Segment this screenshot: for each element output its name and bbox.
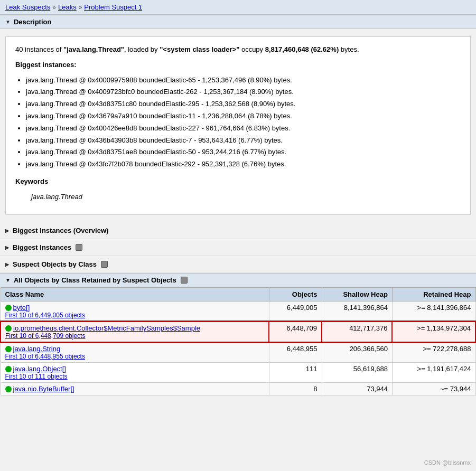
status-circle-icon <box>5 305 12 311</box>
separator-1: » <box>52 4 56 11</box>
objects-table: Class Name Objects Shallow Heap Retained… <box>0 287 476 395</box>
class-name-link[interactable]: byte[] <box>13 304 30 312</box>
shallow-heap-value: 73,944 <box>322 382 392 395</box>
list-item: java.lang.Thread @ 0x43679a7a910 bounded… <box>26 111 461 122</box>
objects-count: 111 <box>269 362 322 382</box>
objects-count: 6,448,955 <box>269 342 322 363</box>
status-circle-icon <box>5 325 12 332</box>
keyword-value: java.lang.Thread <box>31 192 461 203</box>
biggest-instances-section[interactable]: ▶ Biggest Instances <box>0 239 476 256</box>
description-section-header[interactable]: ▼ Description <box>0 15 476 29</box>
list-item: java.lang.Thread @ 0x436b43903b8 bounded… <box>26 135 461 146</box>
all-objects-header[interactable]: ▼ All Objects by Class Retained by Suspe… <box>0 273 476 287</box>
collapse-triangle: ▼ <box>5 277 11 283</box>
collapse-triangle: ▼ <box>5 19 11 25</box>
description-section-label: Description <box>14 18 52 26</box>
suspect-objects-section[interactable]: ▶ Suspect Objects by Class <box>0 256 476 273</box>
class-name-link[interactable]: java.nio.ByteBuffer[] <box>13 385 74 393</box>
first-10-link[interactable]: First 10 of 6,448,709 objects <box>5 332 264 340</box>
biggest-instances-label: Biggest instances: <box>15 60 461 71</box>
class-name-link[interactable]: io.prometheus.client.Collector$MetricFam… <box>13 324 200 332</box>
description-content: 40 instances of "java.lang.Thread", load… <box>5 36 471 215</box>
class-name-cell: io.prometheus.client.Collector$MetricFam… <box>1 322 269 342</box>
table-row: java.nio.ByteBuffer[]873,944~= 73,944 <box>1 382 475 395</box>
class-name-link[interactable]: java.lang.Object[] <box>13 365 66 373</box>
table-row: java.lang.Object[]First 10 of 111 object… <box>1 362 475 382</box>
list-item: java.lang.Thread @ 0x400426ee8d8 bounded… <box>26 123 461 134</box>
list-item: java.lang.Thread @ 0x40009975988 bounded… <box>26 75 461 86</box>
shallow-heap-value: 8,141,396,864 <box>322 301 392 322</box>
expand-triangle: ▶ <box>5 261 10 267</box>
list-item: java.lang.Thread @ 0x43fc7f2b078 bounded… <box>26 159 461 170</box>
retained-heap-value: >= 1,191,617,424 <box>392 362 475 382</box>
list-item: java.lang.Thread @ 0x43d83751ae8 bounded… <box>26 147 461 158</box>
table-row: java.lang.StringFirst 10 of 6,448,955 ob… <box>1 342 475 363</box>
breadcrumb-problem-suspect-1[interactable]: Problem Suspect 1 <box>84 3 142 11</box>
expand-triangle: ▶ <box>5 244 10 250</box>
section-label: Biggest Instances (Overview) <box>13 227 108 234</box>
objects-count: 6,449,005 <box>269 301 322 322</box>
class-name-cell: java.lang.Object[]First 10 of 111 object… <box>1 362 269 382</box>
first-10-link[interactable]: First 10 of 6,449,005 objects <box>5 312 265 319</box>
col-class-name: Class Name <box>1 287 269 301</box>
retained-heap-value: ~= 73,944 <box>392 382 475 395</box>
status-circle-icon <box>5 386 12 392</box>
objects-count: 6,448,709 <box>269 322 322 342</box>
all-objects-section: ▼ All Objects by Class Retained by Suspe… <box>0 273 476 401</box>
col-retained-heap: Retained Heap <box>392 287 475 301</box>
retained-heap-value: >= 1,134,972,304 <box>392 322 475 342</box>
breadcrumb-leak-suspects[interactable]: Leak Suspects <box>5 3 50 11</box>
class-name-cell: java.lang.StringFirst 10 of 6,448,955 ob… <box>1 342 269 363</box>
class-name-cell: java.nio.ByteBuffer[] <box>1 382 269 395</box>
export-icon[interactable] <box>181 277 188 284</box>
table-row: byte[]First 10 of 6,449,005 objects6,449… <box>1 301 475 322</box>
biggest-instances-overview-section[interactable]: ▶ Biggest Instances (Overview) <box>0 222 476 239</box>
retained-heap-value: >= 8,141,396,864 <box>392 301 475 322</box>
table-row: io.prometheus.client.Collector$MetricFam… <box>1 322 475 342</box>
all-objects-label: All Objects by Class Retained by Suspect… <box>14 276 176 284</box>
first-10-link[interactable]: First 10 of 6,448,955 objects <box>5 353 265 360</box>
col-shallow-heap: Shallow Heap <box>322 287 392 301</box>
class-name-link[interactable]: java.lang.String <box>13 345 61 353</box>
first-10-link[interactable]: First 10 of 111 objects <box>5 373 265 380</box>
section-label: Biggest Instances <box>13 243 71 251</box>
breadcrumb-leaks[interactable]: Leaks <box>58 3 77 11</box>
separator-2: » <box>79 4 82 11</box>
list-item: java.lang.Thread @ 0x4009723bfc0 bounded… <box>26 87 461 98</box>
objects-count: 8 <box>269 382 322 395</box>
list-item: java.lang.Thread @ 0x43d83751c80 bounded… <box>26 99 461 110</box>
class-name-cell: byte[]First 10 of 6,449,005 objects <box>1 301 269 322</box>
shallow-heap-value: 206,366,560 <box>322 342 392 363</box>
export-icon[interactable] <box>101 261 108 268</box>
description-summary: 40 instances of "java.lang.Thread", load… <box>15 44 461 55</box>
export-icon[interactable] <box>76 244 82 251</box>
col-objects: Objects <box>269 287 322 301</box>
shallow-heap-value: 56,619,688 <box>322 362 392 382</box>
expand-triangle: ▶ <box>5 228 10 233</box>
retained-heap-value: >= 722,278,688 <box>392 342 475 363</box>
breadcrumb: Leak Suspects » Leaks » Problem Suspect … <box>0 0 476 15</box>
instances-list: java.lang.Thread @ 0x40009975988 bounded… <box>26 75 461 170</box>
section-label: Suspect Objects by Class <box>13 260 97 268</box>
status-circle-icon <box>5 346 12 352</box>
keywords-label: Keywords <box>15 176 461 187</box>
status-circle-icon <box>5 366 12 372</box>
shallow-heap-value: 412,717,376 <box>322 322 392 342</box>
